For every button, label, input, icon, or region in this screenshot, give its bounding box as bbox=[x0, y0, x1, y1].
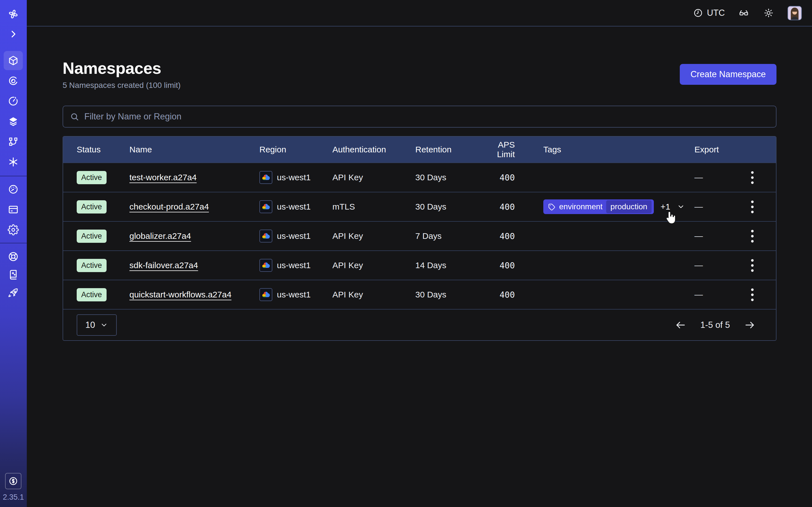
tag-more-count[interactable]: +1 bbox=[661, 202, 670, 212]
aps-limit-value: 400 bbox=[481, 231, 515, 241]
region-label: us-west1 bbox=[277, 173, 311, 182]
search-input[interactable] bbox=[84, 112, 769, 122]
row-menu-kebab[interactable] bbox=[748, 199, 756, 215]
namespace-link[interactable]: test-worker.a27a4 bbox=[130, 173, 197, 182]
row-menu-kebab[interactable] bbox=[748, 258, 756, 273]
sidebar-item-namespaces-cube-icon[interactable] bbox=[7, 55, 19, 66]
status-badge: Active bbox=[77, 259, 107, 272]
table-row: Active sdk-failover.a27a4 us-west1 API K… bbox=[63, 250, 776, 280]
retention-value: 14 Days bbox=[415, 261, 481, 270]
clock-icon bbox=[693, 8, 703, 18]
sidebar-item-monitoring-spiral-icon[interactable] bbox=[7, 75, 19, 87]
gcp-cloud-icon bbox=[259, 200, 272, 213]
page-size-value: 10 bbox=[86, 320, 95, 330]
col-retention: Retention bbox=[415, 145, 481, 154]
table-footer: 10 1-5 of 5 bbox=[63, 309, 776, 340]
search-icon bbox=[70, 112, 79, 121]
next-page-button[interactable] bbox=[743, 319, 756, 332]
aps-limit-value: 400 bbox=[481, 173, 515, 182]
col-authentication: Authentication bbox=[333, 145, 415, 154]
main-content: Namespaces 5 Namespaces created (100 lim… bbox=[27, 27, 812, 507]
sidebar-item-deployments-layers-icon[interactable] bbox=[7, 115, 19, 127]
arrow-left-icon bbox=[675, 320, 686, 331]
sidebar-item-docs-book-icon[interactable] bbox=[7, 269, 19, 281]
table-header-row: Status Name Region Authentication Retent… bbox=[63, 136, 776, 163]
col-name: Name bbox=[130, 145, 259, 154]
tag-pill[interactable]: environment production bbox=[543, 200, 654, 214]
gcp-cloud-icon bbox=[259, 288, 272, 301]
tag-key: environment bbox=[559, 202, 603, 211]
status-badge: Active bbox=[77, 230, 107, 243]
create-namespace-button[interactable]: Create Namespace bbox=[680, 64, 776, 85]
app-version: 2.35.1 bbox=[0, 493, 27, 502]
theme-toggle-button[interactable] bbox=[763, 7, 774, 19]
arrow-right-icon bbox=[744, 320, 755, 331]
region-label: us-west1 bbox=[277, 202, 311, 212]
row-menu-kebab[interactable] bbox=[748, 228, 756, 244]
sidebar-item-settings-gear-icon[interactable] bbox=[7, 224, 19, 236]
table-row: Active globalizer.a27a4 us-west1 API Key… bbox=[63, 221, 776, 250]
sidebar-divider bbox=[0, 176, 27, 176]
export-value: — bbox=[695, 261, 748, 270]
page-size-select[interactable]: 10 bbox=[77, 314, 117, 336]
sidebar-item-schedules-timer-icon[interactable] bbox=[7, 95, 19, 107]
status-badge: Active bbox=[77, 171, 107, 184]
col-region: Region bbox=[259, 145, 333, 154]
retention-value: 30 Days bbox=[415, 202, 481, 212]
aps-limit-value: 400 bbox=[481, 202, 515, 212]
timezone-label: UTC bbox=[707, 8, 725, 18]
table-row: Active quickstart-workflows.a27a4 us-wes… bbox=[63, 280, 776, 309]
sidebar-item-support-lifebuoy-icon[interactable] bbox=[7, 251, 19, 263]
table-row: Active checkout-prod.a27a4 us-west1 mTLS… bbox=[63, 192, 776, 221]
labs-glasses-button[interactable] bbox=[738, 7, 750, 19]
page-subtitle: 5 Namespaces created (100 limit) bbox=[63, 81, 181, 90]
tag-value: production bbox=[606, 200, 652, 213]
table-row: Active test-worker.a27a4 us-west1 API Ke… bbox=[63, 163, 776, 192]
timezone-selector[interactable]: UTC bbox=[693, 8, 725, 18]
namespace-link[interactable]: globalizer.a27a4 bbox=[130, 231, 191, 240]
filter-search-box[interactable] bbox=[63, 106, 776, 128]
sidebar-item-batch-branch-icon[interactable] bbox=[7, 136, 19, 148]
sidebar-item-usage-gauge-icon[interactable] bbox=[7, 183, 19, 195]
region-label: us-west1 bbox=[277, 231, 311, 241]
retention-value: 30 Days bbox=[415, 173, 481, 182]
sidebar-expand-chevron-icon[interactable] bbox=[7, 28, 19, 40]
retention-value: 30 Days bbox=[415, 290, 481, 299]
col-status: Status bbox=[77, 145, 130, 154]
region-label: us-west1 bbox=[277, 261, 311, 270]
namespace-link[interactable]: checkout-prod.a27a4 bbox=[130, 202, 209, 211]
temporal-logo-icon[interactable] bbox=[7, 8, 19, 20]
user-avatar[interactable] bbox=[788, 6, 802, 20]
sidebar-item-billing-card-icon[interactable] bbox=[7, 204, 19, 216]
export-value: — bbox=[695, 290, 748, 299]
aps-limit-value: 400 bbox=[481, 261, 515, 270]
prev-page-button[interactable] bbox=[674, 319, 687, 332]
glasses-icon bbox=[739, 8, 749, 18]
row-menu-kebab[interactable] bbox=[748, 170, 756, 185]
tag-icon bbox=[548, 203, 555, 211]
auth-value: API Key bbox=[333, 173, 415, 182]
page-range-label: 1-5 of 5 bbox=[700, 320, 730, 330]
auth-value: API Key bbox=[333, 231, 415, 241]
row-menu-kebab[interactable] bbox=[748, 287, 756, 302]
sidebar-divider bbox=[0, 243, 27, 243]
export-value: — bbox=[695, 231, 748, 241]
export-value: — bbox=[695, 173, 748, 182]
col-aps-limit: APS Limit bbox=[481, 140, 515, 159]
sidebar-item-nexus-asterisk-icon[interactable] bbox=[7, 156, 19, 168]
sidebar: 2.35.1 bbox=[0, 0, 27, 507]
namespace-link[interactable]: quickstart-workflows.a27a4 bbox=[130, 290, 232, 299]
page-title: Namespaces bbox=[63, 59, 181, 77]
col-tags: Tags bbox=[515, 145, 695, 154]
namespace-link[interactable]: sdk-failover.a27a4 bbox=[130, 261, 198, 270]
auth-value: API Key bbox=[333, 290, 415, 299]
auth-value: API Key bbox=[333, 261, 415, 270]
avatar-portrait bbox=[788, 6, 801, 20]
tag-expand-chevron-icon[interactable] bbox=[677, 203, 685, 211]
credits-button[interactable] bbox=[5, 473, 21, 489]
sidebar-item-getting-started-rocket-icon[interactable] bbox=[7, 287, 19, 299]
col-export: Export bbox=[695, 145, 748, 154]
sun-icon bbox=[763, 8, 774, 18]
status-badge: Active bbox=[77, 288, 107, 301]
chevron-down-icon bbox=[100, 321, 108, 329]
